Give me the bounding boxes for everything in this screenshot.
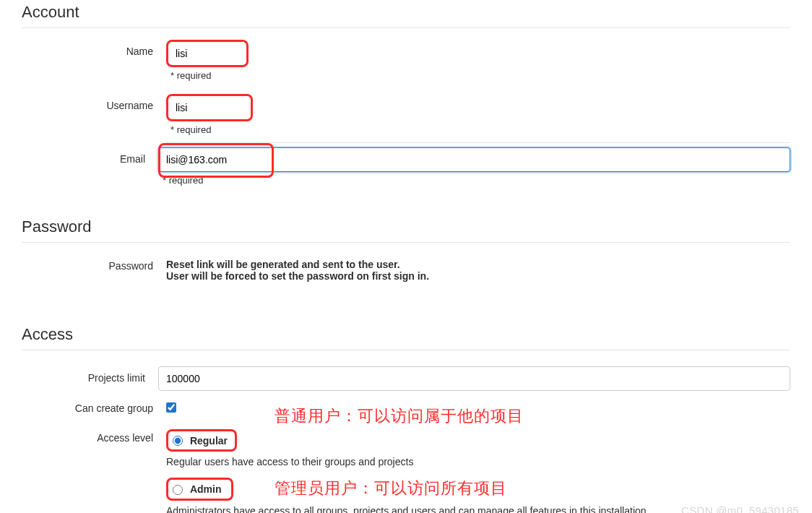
password-info-line2: User will be forced to set the password … bbox=[166, 270, 790, 282]
password-section-title: Password bbox=[22, 215, 790, 243]
access-level-regular-radio[interactable] bbox=[173, 436, 183, 446]
password-info-line1: Reset link will be generated and sent to… bbox=[166, 259, 790, 270]
projects-limit-input[interactable] bbox=[158, 366, 790, 391]
username-input[interactable] bbox=[168, 96, 243, 119]
email-label: Email bbox=[22, 147, 158, 165]
username-label: Username bbox=[22, 94, 166, 111]
admin-annotation: 管理员用户：可以访问所有项目 bbox=[275, 478, 507, 499]
regular-desc-text: Regular users have access to their group… bbox=[166, 456, 790, 467]
name-label: Name bbox=[22, 40, 166, 57]
can-create-group-checkbox[interactable] bbox=[166, 402, 176, 413]
watermark: CSDN @m0_59430185 bbox=[681, 504, 799, 513]
password-label: Password bbox=[22, 259, 166, 272]
access-level-admin-radio[interactable] bbox=[173, 485, 183, 495]
account-section-title: Account bbox=[22, 0, 790, 28]
access-level-label: Access level bbox=[22, 429, 166, 444]
access-section-title: Access bbox=[22, 322, 790, 350]
name-help-text: * required bbox=[170, 70, 790, 81]
username-help-text: * required bbox=[170, 124, 790, 135]
can-create-group-label: Can create group bbox=[22, 402, 166, 414]
projects-limit-label: Projects limit bbox=[22, 366, 158, 384]
email-help-text: * required bbox=[163, 175, 790, 186]
email-input[interactable] bbox=[158, 147, 790, 172]
regular-annotation: 普通用户：可以访问属于他的项目 bbox=[275, 405, 524, 427]
access-level-admin-label: Admin bbox=[190, 484, 222, 496]
name-input[interactable] bbox=[168, 42, 243, 65]
access-level-regular-label: Regular bbox=[190, 435, 228, 447]
